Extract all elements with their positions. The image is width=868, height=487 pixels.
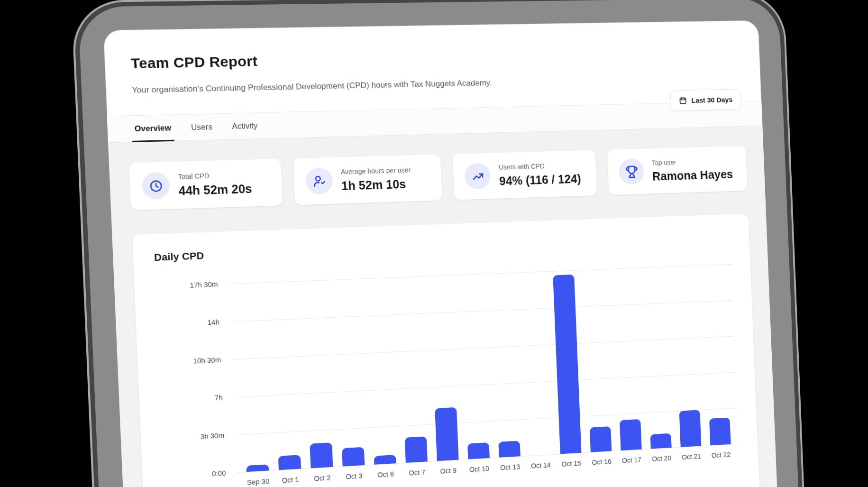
- x-axis-tick: Oct 21: [676, 452, 706, 461]
- trending-up-icon: [464, 163, 491, 189]
- trophy-icon: [619, 158, 645, 185]
- daily-cpd-chart: 0:003h 30m7h10h 30m14h17h 30m: [229, 264, 739, 472]
- bar-oct-21: [679, 410, 702, 447]
- bar-oct-1: [278, 455, 302, 470]
- x-axis-tick: Oct 15: [556, 459, 587, 469]
- y-axis-tick: 17h 30m: [155, 280, 218, 291]
- y-axis-tick: 14h: [157, 318, 219, 329]
- bar-oct-2: [310, 442, 333, 468]
- stat-cards-row: Total CPD 44h 52m 20s: [129, 146, 747, 211]
- chart-plot: 0:003h 30m7h10h 30m14h17h 30m: [229, 264, 739, 472]
- stat-card-top-user: Top user Ramona Hayes: [607, 146, 748, 195]
- x-axis-tick: Sep 30: [242, 477, 274, 487]
- stat-value: Ramona Hayes: [652, 167, 733, 183]
- date-range-label: Last 30 Days: [691, 95, 732, 104]
- y-axis-tick: 3h 30m: [162, 432, 224, 442]
- x-axis-tick: Oct 9: [432, 466, 464, 476]
- x-axis-tick: Oct 20: [647, 454, 677, 463]
- stat-card-text: Average hours per user 1h 52m 10s: [341, 166, 411, 193]
- x-axis-tick: Oct 22: [706, 450, 736, 459]
- device-bezel: Team CPD Report Your organisation's Cont…: [78, 0, 808, 487]
- bar-oct-13: [498, 441, 521, 458]
- stat-label: Average hours per user: [341, 166, 411, 176]
- user-check-icon: [305, 167, 333, 194]
- stat-card-text: Total CPD 44h 52m 20s: [178, 170, 252, 198]
- stat-label: Top user: [652, 156, 733, 167]
- overview-section: Total CPD 44h 52m 20s: [108, 126, 786, 487]
- y-axis-tick: 7h: [160, 394, 223, 404]
- y-axis-tick: 10h 30m: [158, 356, 221, 367]
- x-axis-tick: Oct 6: [370, 470, 402, 479]
- x-axis-tick: Oct 7: [401, 468, 433, 478]
- page-title: Team CPD Report: [130, 44, 740, 73]
- bar-oct-22: [709, 418, 731, 446]
- date-range-button[interactable]: Last 30 Days: [670, 89, 741, 111]
- bar-oct-20: [650, 433, 671, 449]
- chart-title: Daily CPD: [154, 231, 731, 263]
- x-axis-tick: Oct 1: [274, 475, 306, 485]
- report-header: Team CPD Report Your organisation's Cont…: [103, 20, 761, 96]
- bar-oct-10: [467, 442, 490, 459]
- stat-card-total-cpd: Total CPD 44h 52m 20s: [129, 159, 283, 211]
- bar-oct-7: [405, 436, 428, 463]
- device-frame: Team CPD Report Your organisation's Cont…: [73, 0, 813, 487]
- stat-label: Total CPD: [178, 170, 251, 181]
- calendar-icon: [679, 97, 687, 105]
- bar-oct-9: [435, 407, 459, 461]
- stat-value: 94% (116 / 124): [499, 172, 581, 188]
- daily-cpd-card: Daily CPD 0:003h 30m7h10h 30m14h17h 30m …: [132, 213, 760, 487]
- x-axis-tick: Oct 10: [464, 464, 495, 474]
- bar-oct-3: [342, 447, 365, 467]
- bar-oct-6: [374, 455, 396, 465]
- page-subtitle: Your organisation's Continuing Professio…: [132, 77, 500, 96]
- x-axis-tick: Oct 16: [586, 457, 617, 466]
- tab-overview[interactable]: Overview: [133, 115, 173, 142]
- stat-card-text: Top user Ramona Hayes: [652, 156, 733, 183]
- y-axis-tick: 0:00: [164, 469, 226, 480]
- stat-card-users-with-cpd: Users with CPD 94% (116 / 124): [453, 150, 597, 200]
- stat-value: 1h 52m 10s: [341, 177, 412, 193]
- stat-label: Users with CPD: [499, 161, 581, 172]
- stat-card-text: Users with CPD 94% (116 / 124): [499, 161, 582, 188]
- x-axis-tick: Oct 2: [306, 473, 338, 483]
- x-axis-tick: Oct 17: [616, 456, 647, 465]
- bar-sep-30: [246, 464, 269, 472]
- page-background: Team CPD Report Your organisation's Cont…: [0, 0, 868, 487]
- chart-bars: [234, 264, 735, 472]
- stat-card-average-hours: Average hours per user 1h 52m 10s: [293, 154, 442, 205]
- x-axis-tick: Oct 13: [494, 462, 526, 472]
- tab-users[interactable]: Users: [190, 114, 214, 140]
- bar-oct-17: [620, 419, 642, 450]
- bar-oct-15: [553, 275, 581, 454]
- x-axis-tick: Oct 3: [338, 471, 370, 481]
- stat-value: 44h 52m 20s: [178, 182, 252, 198]
- tab-activity[interactable]: Activity: [230, 113, 259, 139]
- x-axis-tick: Oct 14: [525, 461, 556, 470]
- app-screen: Team CPD Report Your organisation's Cont…: [103, 20, 786, 487]
- clock-icon: [141, 172, 170, 200]
- bar-oct-16: [590, 426, 612, 452]
